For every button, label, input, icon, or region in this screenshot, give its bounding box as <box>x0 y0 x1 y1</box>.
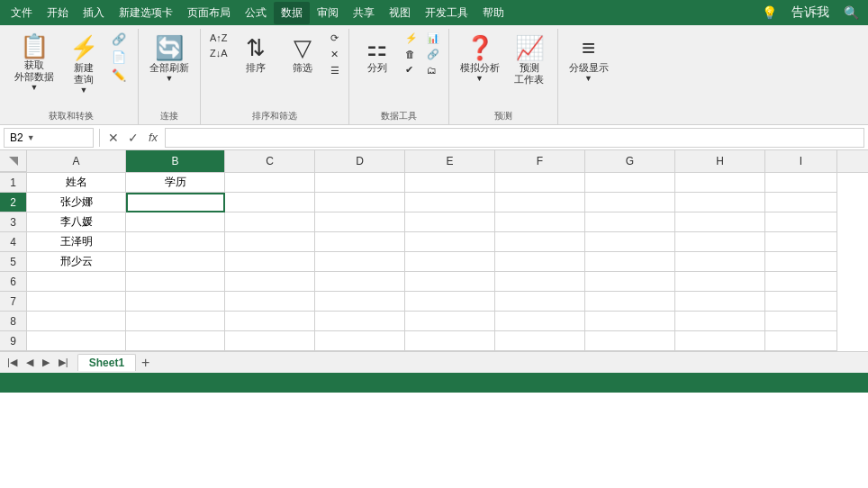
cell-F3[interactable] <box>495 212 585 232</box>
menu-item-file[interactable]: 文件 <box>4 2 40 24</box>
add-sheet-button[interactable]: + <box>141 355 149 371</box>
cell-C7[interactable] <box>225 292 315 312</box>
cell-B3[interactable] <box>126 212 225 232</box>
manage-model-button[interactable]: 🗂 <box>423 63 443 77</box>
menu-item-view[interactable]: 视图 <box>382 2 418 24</box>
cell-A5[interactable]: 邢少云 <box>27 252 126 272</box>
sort-az-button[interactable]: A↑Z <box>206 31 231 45</box>
formula-confirm-icon[interactable]: ✓ <box>125 131 141 145</box>
cell-A1[interactable]: 姓名 <box>27 173 126 193</box>
cell-C4[interactable] <box>225 232 315 252</box>
cell-G1[interactable] <box>585 173 675 193</box>
row-header-4[interactable]: 4 <box>0 232 27 252</box>
cell-H5[interactable] <box>675 252 765 272</box>
cell-F1[interactable] <box>495 173 585 193</box>
whatif-button[interactable]: ❓ 模拟分析 ▼ <box>455 31 505 86</box>
cell-G3[interactable] <box>585 212 675 232</box>
sheet-nav-prev-button[interactable]: ◀ <box>23 355 37 370</box>
menu-item-home[interactable]: 开始 <box>40 2 76 24</box>
cell-E8[interactable] <box>405 312 495 331</box>
col-header-d[interactable]: D <box>315 150 405 172</box>
cell-E7[interactable] <box>405 292 495 312</box>
col-header-e[interactable]: E <box>405 150 495 172</box>
cell-E9[interactable] <box>405 331 495 351</box>
menu-item-formula[interactable]: 公式 <box>238 2 274 24</box>
col-header-g[interactable]: G <box>585 150 675 172</box>
select-all-button[interactable] <box>0 150 27 172</box>
cell-F5[interactable] <box>495 252 585 272</box>
cell-C3[interactable] <box>225 212 315 232</box>
search-icon[interactable]: 🔍 <box>838 4 864 22</box>
cell-E1[interactable] <box>405 173 495 193</box>
menu-item-newtab[interactable]: 新建选项卡 <box>112 2 180 24</box>
cell-A4[interactable]: 王泽明 <box>27 232 126 252</box>
cell-G4[interactable] <box>585 232 675 252</box>
consolidate-button[interactable]: 📊 <box>423 31 443 46</box>
cell-E5[interactable] <box>405 252 495 272</box>
cell-I6[interactable] <box>765 272 837 292</box>
cell-B5[interactable] <box>126 252 225 272</box>
cell-D8[interactable] <box>315 312 405 331</box>
validate-button[interactable]: ✔ <box>402 62 421 77</box>
cell-H6[interactable] <box>675 272 765 292</box>
row-header-6[interactable]: 6 <box>0 272 27 292</box>
cell-D2[interactable] <box>315 193 405 212</box>
cell-A2[interactable]: 张少娜 <box>27 193 126 212</box>
sheet-nav-first-button[interactable]: |◀ <box>4 355 21 370</box>
split-column-button[interactable]: ⚏ 分列 <box>355 31 400 77</box>
cell-D5[interactable] <box>315 252 405 272</box>
row-header-2[interactable]: 2 <box>0 193 27 212</box>
cell-I5[interactable] <box>765 252 837 272</box>
cell-D3[interactable] <box>315 212 405 232</box>
cell-H3[interactable] <box>675 212 765 232</box>
cell-I9[interactable] <box>765 331 837 351</box>
cell-G2[interactable] <box>585 193 675 212</box>
sheet-nav-last-button[interactable]: ▶| <box>55 355 72 370</box>
row-header-9[interactable]: 9 <box>0 331 27 351</box>
new-query-button[interactable]: ⚡ 新建查询 ▼ <box>61 31 106 98</box>
cell-D7[interactable] <box>315 292 405 312</box>
cell-H7[interactable] <box>675 292 765 312</box>
properties-button[interactable]: 📄 <box>108 49 132 66</box>
row-header-8[interactable]: 8 <box>0 312 27 331</box>
cell-H1[interactable] <box>675 173 765 193</box>
cell-I2[interactable] <box>765 193 837 212</box>
sheet-tab-sheet1[interactable]: Sheet1 <box>77 354 136 371</box>
lightbulb-icon[interactable]: 💡 <box>756 4 782 22</box>
tell-me-label[interactable]: 告诉我 <box>786 3 835 23</box>
menu-item-review[interactable]: 审阅 <box>310 2 346 24</box>
cell-F6[interactable] <box>495 272 585 292</box>
connections-button[interactable]: 🔗 <box>108 31 132 48</box>
clear-button[interactable]: ✕ <box>327 47 343 62</box>
cell-D6[interactable] <box>315 272 405 292</box>
cell-C6[interactable] <box>225 272 315 292</box>
cell-I8[interactable] <box>765 312 837 331</box>
col-header-a[interactable]: A <box>27 150 126 172</box>
cell-B2[interactable] <box>126 193 225 212</box>
sheet-nav-next-button[interactable]: ▶ <box>39 355 53 370</box>
col-header-f[interactable]: F <box>495 150 585 172</box>
advanced-button[interactable]: ☰ <box>327 63 343 78</box>
row-header-1[interactable]: 1 <box>0 173 27 193</box>
refresh-all-button[interactable]: 🔄 全部刷新 ▼ <box>144 31 194 86</box>
menu-item-devtools[interactable]: 开发工具 <box>418 2 475 24</box>
menu-item-insert[interactable]: 插入 <box>76 2 112 24</box>
cell-D9[interactable] <box>315 331 405 351</box>
cell-G9[interactable] <box>585 331 675 351</box>
sort-button[interactable]: ⇅ 排序 <box>233 31 278 77</box>
cell-H4[interactable] <box>675 232 765 252</box>
cell-F8[interactable] <box>495 312 585 331</box>
cell-H2[interactable] <box>675 193 765 212</box>
cell-B8[interactable] <box>126 312 225 331</box>
cell-D1[interactable] <box>315 173 405 193</box>
cell-I3[interactable] <box>765 212 837 232</box>
row-header-5[interactable]: 5 <box>0 252 27 272</box>
cell-B6[interactable] <box>126 272 225 292</box>
cell-G7[interactable] <box>585 292 675 312</box>
cell-A8[interactable] <box>27 312 126 331</box>
cell-F9[interactable] <box>495 331 585 351</box>
formula-cancel-icon[interactable]: ✕ <box>105 131 122 145</box>
outline-button[interactable]: ≡ 分级显示 ▼ <box>564 31 614 86</box>
cell-A7[interactable] <box>27 292 126 312</box>
col-header-b[interactable]: B <box>126 150 225 172</box>
